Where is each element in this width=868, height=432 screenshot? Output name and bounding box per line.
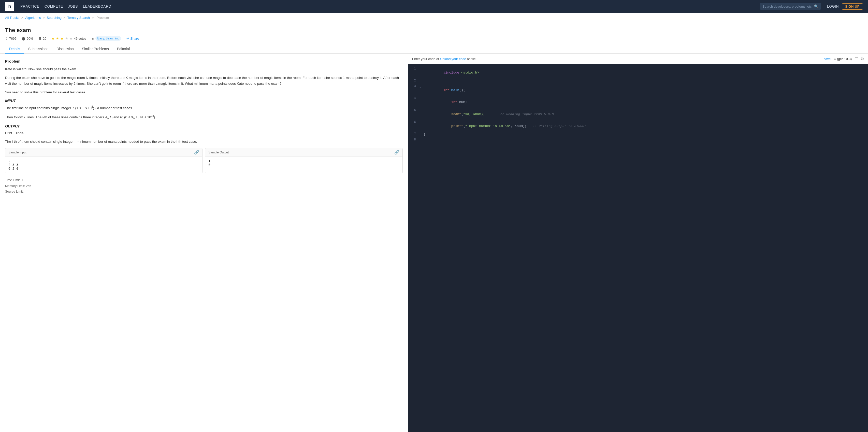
problem-para-3: You need to solve this problem for sever… xyxy=(5,90,403,95)
source-limit: Source Limit: xyxy=(5,189,403,195)
language-selector[interactable]: C (gcc 10.3) xyxy=(834,57,852,61)
share-button[interactable]: ↵ Share xyxy=(126,37,139,40)
breadcrumb: All Tracks > Algorithms > Searching > Te… xyxy=(0,13,868,23)
problem-title: The exam xyxy=(5,27,863,34)
star-1: ★ xyxy=(52,37,55,40)
meta-success-rate: ⬤ 90% xyxy=(22,37,33,40)
problem-section-title: Problem xyxy=(5,59,403,63)
meta-stars: ★ ★ ★ ★ ★ 46 votes xyxy=(52,37,86,40)
problem-para-1: Kate is wizard. Now she should pass the … xyxy=(5,66,403,72)
editor-toolbar: Enter your code or Upload your code as f… xyxy=(408,54,868,64)
code-line-3: 3 ⌄ int main(){ xyxy=(408,84,868,96)
editor-panel: Enter your code or Upload your code as f… xyxy=(408,54,868,432)
nav-jobs[interactable]: JOBS xyxy=(68,4,78,8)
code-line-2: 2 xyxy=(408,79,868,84)
star-4: ★ xyxy=(65,37,68,40)
breadcrumb-algorithms[interactable]: Algorithms xyxy=(25,16,41,20)
limits: Time Limit: 1 Memory Limit: 256 Source L… xyxy=(5,177,403,195)
sample-input-label: Sample Input xyxy=(8,151,27,154)
votes-count: 46 votes xyxy=(74,37,86,40)
star-3: ★ xyxy=(61,37,64,40)
code-editor[interactable]: 1 #include <stdio.h> 2 3 ⌄ int main(){ xyxy=(408,64,868,423)
star-2: ★ xyxy=(56,37,59,40)
save-button[interactable]: save xyxy=(824,57,831,61)
search-icon: 🔍 xyxy=(814,4,818,8)
input-text-2: Then follow T lines. The i-th of these l… xyxy=(5,114,403,121)
login-overlay: Login to Code xyxy=(408,423,868,432)
memory-limit: Memory Limit: 256 xyxy=(5,183,403,189)
login-button[interactable]: LOGIN xyxy=(827,4,839,8)
code-line-6: 6 printf("Input number is %d.\n", &num);… xyxy=(408,120,868,132)
sample-output-box: Sample Output 🔗 1 0 xyxy=(205,148,402,173)
breadcrumb-ternary-search[interactable]: Ternary Search xyxy=(67,16,90,20)
meta-tag: ◈ Easy, Searching xyxy=(92,36,122,41)
share-icon: ↵ xyxy=(126,37,129,40)
tab-similar-problems[interactable]: Similar Problems xyxy=(78,44,113,54)
nav-practice[interactable]: PRACTICE xyxy=(20,4,39,8)
output-text-1: Print T lines. xyxy=(5,130,403,136)
main-layout: Problem Kate is wizard. Now she should p… xyxy=(0,54,868,432)
settings-icon[interactable]: ⚙ xyxy=(860,57,864,61)
tab-editorial[interactable]: Editorial xyxy=(113,44,134,54)
signup-button[interactable]: SIGN UP xyxy=(842,3,863,10)
editor-icons: ❐ ⚙ xyxy=(855,57,864,61)
success-rate: 90% xyxy=(27,37,33,40)
code-line-1: 1 #include <stdio.h> xyxy=(408,67,868,79)
submissions-count: 7695 xyxy=(9,37,17,40)
breadcrumb-current: Problem xyxy=(97,16,109,20)
tab-submissions[interactable]: Submissions xyxy=(24,44,53,54)
sample-input-header: Sample Input 🔗 xyxy=(5,148,202,156)
code-line-5: 5 scanf("%d, &num);// Reading input from… xyxy=(408,108,868,120)
copy-input-icon[interactable]: 🔗 xyxy=(194,150,199,155)
navbar: h PRACTICE COMPETE JOBS LEADERBOARD 🔍 LO… xyxy=(0,0,868,13)
sample-input-box: Sample Input 🔗 2 2 5 3 6 5 0 xyxy=(5,148,203,173)
sample-row: Sample Input 🔗 2 2 5 3 6 5 0 Sample Outp… xyxy=(5,148,403,173)
breadcrumb-all-tracks[interactable]: All Tracks xyxy=(5,16,19,20)
input-label: INPUT xyxy=(5,99,403,103)
problem-para-2: During the exam she have to go into the … xyxy=(5,75,403,87)
max-score: 20 xyxy=(43,37,46,40)
sample-input-content: 2 2 5 3 6 5 0 xyxy=(5,156,202,173)
tab-discussion[interactable]: Discussion xyxy=(53,44,78,54)
code-line-8: 8 xyxy=(408,137,868,143)
search-input[interactable] xyxy=(763,5,812,8)
time-limit: Time Limit: 1 xyxy=(5,177,403,183)
nav-leaderboard[interactable]: LEADERBOARD xyxy=(83,4,111,8)
nav-compete[interactable]: COMPETE xyxy=(44,4,63,8)
upload-code-link[interactable]: Upload your code xyxy=(440,57,466,61)
sample-output-header: Sample Output 🔗 xyxy=(205,148,402,156)
editor-prompt-text: Enter your code or Upload your code as f… xyxy=(412,57,477,61)
output-text-2: The i-th of them should contain single i… xyxy=(5,139,403,145)
difficulty-tag: Easy, Searching xyxy=(95,36,122,41)
star-5: ★ xyxy=(69,37,72,40)
copy-output-icon[interactable]: 🔗 xyxy=(394,150,399,155)
code-line-7: 7 } xyxy=(408,132,868,137)
meta-submissions: ⇧ 7695 xyxy=(5,37,17,40)
sample-output-content: 1 0 xyxy=(205,156,402,169)
problem-meta: ⇧ 7695 ⬤ 90% ☷ 20 ★ ★ ★ ★ ★ 46 votes ◈ E… xyxy=(5,36,863,41)
problem-detail-panel: Problem Kate is wizard. Now she should p… xyxy=(0,54,408,432)
nav-auth: LOGIN SIGN UP xyxy=(827,3,863,10)
problem-header: The exam ⇧ 7695 ⬤ 90% ☷ 20 ★ ★ ★ ★ ★ 46 … xyxy=(0,23,868,41)
sample-output-label: Sample Output xyxy=(208,151,229,154)
problem-tabs: Details Submissions Discussion Similar P… xyxy=(0,44,868,54)
input-text-1: The first line of input contains single … xyxy=(5,105,403,111)
output-label: OUTPUT xyxy=(5,124,403,128)
meta-max-score: ☷ 20 xyxy=(38,37,46,40)
logo[interactable]: h xyxy=(5,2,14,11)
breadcrumb-searching[interactable]: Searching xyxy=(46,16,62,20)
expand-icon[interactable]: ❐ xyxy=(855,57,858,61)
code-line-4: 4 int num; xyxy=(408,96,868,108)
tab-details[interactable]: Details xyxy=(5,44,24,54)
nav-links: PRACTICE COMPETE JOBS LEADERBOARD xyxy=(20,4,111,8)
search-bar: 🔍 xyxy=(760,3,821,10)
